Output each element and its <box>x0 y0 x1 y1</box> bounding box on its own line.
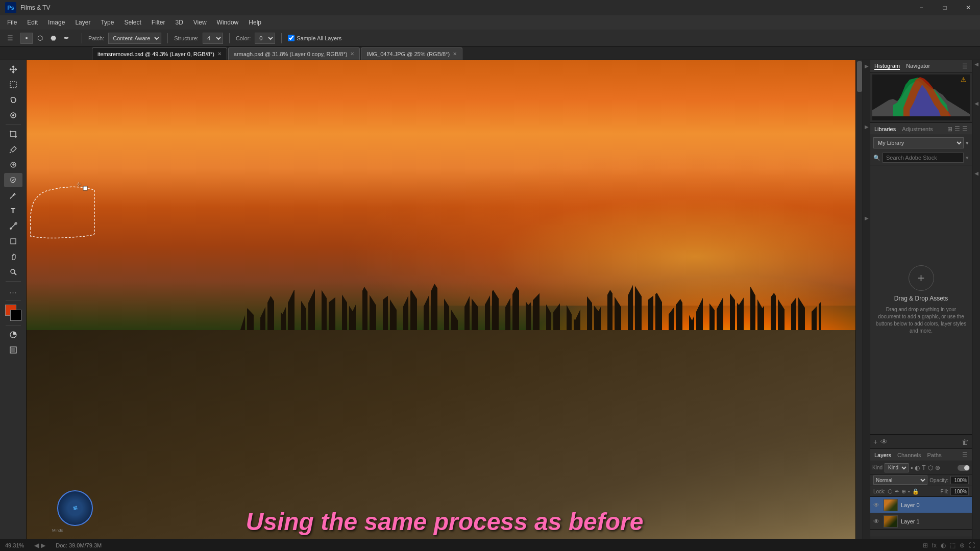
filter-toggle[interactable] <box>958 465 970 471</box>
menu-3d[interactable]: 3D <box>170 17 188 28</box>
layers-menu-icon[interactable]: ☰ <box>962 452 968 459</box>
minimize-button[interactable]: − <box>910 0 933 15</box>
filter-adjust-icon[interactable]: ◐ <box>915 464 920 471</box>
lib-grid-icon[interactable]: ⊞ <box>947 126 952 133</box>
tab-channels[interactable]: Channels <box>897 452 921 458</box>
patch-rect-icon[interactable]: ▪ <box>20 33 33 44</box>
lib-add-btn[interactable]: + <box>873 438 877 446</box>
scroll-thumb-v[interactable] <box>857 61 862 92</box>
tool-lasso[interactable] <box>4 93 22 107</box>
fill-input[interactable] <box>950 487 969 495</box>
tool-shape[interactable] <box>4 234 22 248</box>
tool-text[interactable]: T <box>4 204 22 218</box>
opacity-input[interactable] <box>950 476 969 484</box>
tool-quick-mask[interactable] <box>4 328 22 342</box>
tool-heal[interactable] <box>4 158 22 172</box>
lock-position-icon[interactable]: ⊕ <box>901 488 906 495</box>
layer-1-visibility[interactable]: 👁 <box>873 518 880 525</box>
layer-item-0[interactable]: 👁 Layer 0 <box>870 497 972 513</box>
tab-0-close[interactable]: ✕ <box>217 51 222 57</box>
toggle-lib-icon[interactable]: ▶ <box>973 102 979 107</box>
filter-kind-select[interactable]: Kind <box>885 463 909 472</box>
library-select[interactable]: My Library <box>873 137 964 148</box>
patch-brush-icon[interactable]: ✒ <box>60 33 72 44</box>
filter-smart-icon[interactable]: ⊛ <box>935 464 940 471</box>
maximize-button[interactable]: □ <box>933 0 957 15</box>
tab-0[interactable]: itemsremoved.psd @ 49.3% (Layer 0, RGB/8… <box>92 47 227 60</box>
tab-adjustments[interactable]: Adjustments <box>902 126 933 132</box>
canvas-scrollbar-vertical[interactable] <box>855 60 863 543</box>
blend-mode-select[interactable]: Normal Multiply Screen <box>873 475 927 485</box>
tab-libraries[interactable]: Libraries <box>874 126 896 132</box>
structure-select[interactable]: 4123567 <box>203 33 223 44</box>
lib-list-icon[interactable]: ☰ <box>954 126 960 133</box>
status-fullscreen-icon[interactable]: ⛶ <box>969 542 975 549</box>
layer-0-visibility[interactable]: 👁 <box>873 502 880 509</box>
filter-shape-icon[interactable]: ⬡ <box>928 464 933 471</box>
panel-arrow-layers[interactable]: ▶ <box>865 215 869 221</box>
tool-patch[interactable] <box>4 173 22 187</box>
tab-1[interactable]: armagh.psd @ 31.8% (Layer 0 copy, RGB/8*… <box>228 47 360 60</box>
status-adjust-icon[interactable]: ◐ <box>941 542 946 549</box>
patch-poly-icon[interactable]: ⬣ <box>47 33 59 44</box>
tool-rect-marquee[interactable] <box>4 78 22 92</box>
histogram-menu-icon[interactable]: ☰ <box>962 63 968 70</box>
toolbar-options-icon[interactable]: ☰ <box>4 33 16 44</box>
lock-all-icon[interactable]: 🔒 <box>912 488 919 495</box>
lib-eye-btn[interactable]: 👁 <box>880 438 888 446</box>
tool-more[interactable]: … <box>4 284 22 298</box>
tab-1-close[interactable]: ✕ <box>350 51 354 57</box>
tab-histogram[interactable]: Histogram <box>874 63 900 70</box>
toggle-layers-icon[interactable]: ▶ <box>973 171 979 177</box>
menu-edit[interactable]: Edit <box>22 17 43 28</box>
lib-delete-btn[interactable]: 🗑 <box>962 438 969 446</box>
layer-item-1[interactable]: 👁 Layer 1 <box>870 513 972 530</box>
menu-view[interactable]: View <box>188 17 212 28</box>
tool-crop[interactable] <box>4 127 22 141</box>
menu-window[interactable]: Window <box>212 17 244 28</box>
search-input[interactable] <box>883 153 964 163</box>
menu-file[interactable]: File <box>2 17 22 28</box>
lock-artboard-icon[interactable]: ▪ <box>908 488 910 494</box>
nav-left-arrow[interactable]: ◀ <box>34 542 39 549</box>
sample-all-checkbox[interactable] <box>288 35 295 41</box>
tool-path-select[interactable] <box>4 219 22 233</box>
menu-type[interactable]: Type <box>95 17 119 28</box>
menu-layer[interactable]: Layer <box>70 17 95 28</box>
tab-2[interactable]: IMG_0474.JPG @ 25% (RGB/8*) ✕ <box>361 47 462 60</box>
toggle-hist-icon[interactable]: ▶ <box>973 62 979 68</box>
tool-move[interactable] <box>4 62 22 77</box>
search-dropdown-icon[interactable]: ▾ <box>966 155 969 161</box>
tool-hand[interactable] <box>4 249 22 264</box>
lib-dropdown-arrow[interactable]: ▾ <box>966 140 969 146</box>
tool-pen[interactable] <box>4 188 22 203</box>
panel-arrow-lib[interactable]: ▶ <box>865 124 869 130</box>
sample-all-label[interactable]: Sample All Layers <box>288 35 341 41</box>
menu-image[interactable]: Image <box>43 17 70 28</box>
tool-screen-mode[interactable] <box>4 343 22 357</box>
tool-eyedropper[interactable] <box>4 142 22 157</box>
panel-arrow-hist[interactable]: ▶ <box>865 63 869 69</box>
status-mask-icon[interactable]: ⬚ <box>950 542 955 549</box>
patch-lasso-icon[interactable]: ⬡ <box>34 33 46 44</box>
menu-help[interactable]: Help <box>243 17 266 28</box>
tool-zoom[interactable] <box>4 265 22 279</box>
color-select[interactable]: 012345 <box>255 33 275 44</box>
status-3d-icon[interactable]: ⊛ <box>960 542 965 549</box>
status-fx-icon[interactable]: fx <box>932 542 937 549</box>
lib-menu-icon[interactable]: ☰ <box>962 126 968 133</box>
close-button[interactable]: ✕ <box>957 0 980 15</box>
tab-2-close[interactable]: ✕ <box>453 51 457 57</box>
background-color[interactable] <box>10 310 21 321</box>
lock-paint-icon[interactable]: ✒ <box>895 488 899 495</box>
filter-pixel-icon[interactable]: ▪ <box>911 464 913 471</box>
status-grid-icon[interactable]: ⊞ <box>923 542 928 549</box>
add-asset-button[interactable]: + <box>909 265 934 291</box>
tool-quick-select[interactable] <box>4 108 22 122</box>
tab-layers[interactable]: Layers <box>874 452 891 458</box>
filter-text-icon[interactable]: T <box>922 464 925 471</box>
tab-navigator[interactable]: Navigator <box>906 63 930 70</box>
menu-select[interactable]: Select <box>119 17 146 28</box>
patch-select[interactable]: Content-Aware Normal <box>108 33 161 44</box>
menu-filter[interactable]: Filter <box>146 17 170 28</box>
